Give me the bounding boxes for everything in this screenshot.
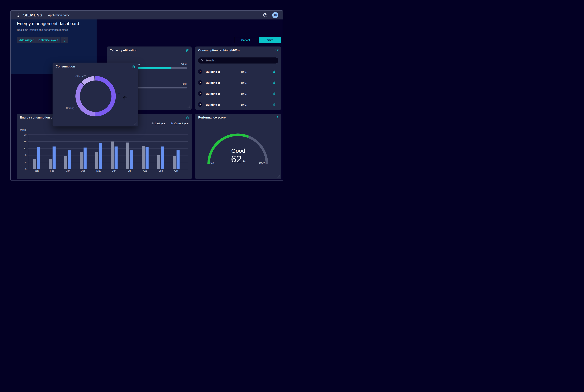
kebab-icon — [277, 116, 278, 120]
open-details-button[interactable] — [272, 81, 276, 84]
open-details-button[interactable] — [272, 92, 276, 95]
leader-line-cooling — [75, 106, 78, 108]
svg-text:16: 16 — [24, 140, 26, 143]
slice-label-it: IT — [118, 92, 120, 96]
dashboard-window: SIEMENS Application name ? JD Energy man… — [10, 10, 283, 181]
building-name: Building B — [206, 92, 220, 95]
toolbar: Add widget Optimise layout — [17, 37, 68, 43]
legend-item-last-year: Last year — [152, 122, 166, 125]
card-title: Capacity utilisation — [110, 49, 138, 52]
legend-dot — [152, 122, 154, 124]
add-widget-button[interactable]: Add widget — [17, 37, 36, 43]
external-link-icon — [272, 81, 276, 84]
ranking-row[interactable]: 2 Building B 10.07 — [195, 77, 281, 88]
gauge-status: Good — [195, 148, 281, 154]
svg-text:8: 8 — [25, 154, 26, 157]
page-title: Energy management dashboard — [17, 21, 79, 26]
help-icon[interactable]: ? — [263, 13, 267, 17]
svg-text:20: 20 — [24, 133, 26, 136]
app-switcher-icon[interactable] — [15, 13, 19, 17]
consumption-value: 10.07 — [240, 92, 248, 95]
ranking-list: 1 Building B 10.07 2 Building B 10.07 — [195, 66, 281, 110]
ranking-row[interactable]: 1 Building B 10.07 — [195, 66, 281, 77]
svg-text:Jul: Jul — [128, 169, 131, 172]
app-header: SIEMENS Application name ? JD — [10, 10, 283, 20]
building-name: Building B — [206, 81, 220, 84]
gauge-unit: % — [243, 160, 245, 164]
slice-label-others: Others — [68, 75, 83, 78]
capacity-row-label-fragment: n — [138, 63, 140, 66]
gauge-value-group: 62 % — [195, 154, 281, 164]
consumption-donut-card[interactable]: Consumption Others IT Cooling — [52, 62, 138, 126]
external-link-icon — [272, 70, 276, 73]
svg-text:0: 0 — [25, 168, 26, 171]
open-details-button[interactable] — [272, 103, 276, 106]
svg-text:?: ? — [264, 14, 266, 16]
card-title: Performance score — [198, 116, 226, 119]
avatar[interactable]: JD — [272, 12, 278, 18]
svg-text:Jun: Jun — [112, 169, 116, 172]
resize-handle[interactable] — [188, 106, 190, 108]
legend-label: Current year — [174, 122, 189, 125]
legend-item-current-year: Current year — [171, 122, 189, 125]
resize-handle[interactable] — [277, 175, 280, 178]
building-name: Building B — [206, 70, 220, 73]
delete-widget-button[interactable] — [185, 48, 189, 52]
trash-icon — [185, 48, 189, 52]
ranking-row[interactable]: 4 Building B 10.07 — [195, 99, 281, 110]
svg-text:Sep: Sep — [158, 169, 163, 172]
rank-badge: 3 — [198, 91, 202, 96]
more-options-button[interactable] — [61, 37, 68, 43]
optimise-layout-button[interactable]: Optimise layout — [36, 37, 60, 43]
resize-handle[interactable] — [188, 175, 190, 178]
brand-logo: SIEMENS — [23, 13, 42, 18]
building-name: Building B — [206, 103, 220, 106]
slice-label-cooling: Cooling — [60, 106, 74, 110]
legend-dot — [171, 122, 172, 124]
consumption-value: 10.07 — [240, 103, 248, 106]
svg-text:Apr: Apr — [81, 169, 85, 172]
chart-legend: Last year Current year — [152, 122, 189, 125]
svg-text:12: 12 — [24, 147, 26, 150]
sort-ascending-icon — [275, 49, 279, 52]
consumption-ranking-card: Consumption ranking (MWh) 1 Building B 1… — [195, 46, 281, 110]
consumption-value: 10.07 — [240, 70, 248, 73]
gauge-min-label: 0% — [209, 161, 216, 164]
capacity-row-value: 20% — [182, 82, 187, 86]
save-button[interactable]: Save — [259, 37, 281, 43]
capacity-row-value: 80 % — [181, 63, 187, 66]
external-link-icon — [272, 92, 276, 95]
open-details-button[interactable] — [272, 70, 276, 73]
rank-badge: 1 — [198, 69, 202, 74]
donut-chart — [52, 62, 138, 126]
delete-widget-button[interactable] — [186, 116, 190, 120]
search-box[interactable] — [198, 58, 278, 64]
svg-text:Feb: Feb — [50, 169, 54, 172]
card-options-button[interactable] — [277, 116, 278, 120]
application-name: Application name — [48, 14, 70, 17]
search-icon — [200, 59, 204, 62]
cancel-button[interactable]: Cancel — [234, 37, 257, 43]
search-input[interactable] — [205, 59, 276, 62]
bar-chart: 048121620JanFebMarAprMayJunJulAugSepOct — [17, 130, 192, 175]
resize-handle[interactable] — [134, 122, 136, 125]
svg-text:Oct: Oct — [174, 169, 178, 172]
svg-text:Mar: Mar — [66, 169, 70, 172]
performance-score-card: Performance score Good 62 % 0% 100% — [195, 114, 281, 179]
card-title: Energy consumption com — [20, 116, 57, 119]
ranking-row[interactable]: 3 Building B 10.07 — [195, 88, 281, 99]
trash-icon — [186, 116, 190, 120]
external-link-icon — [272, 103, 276, 106]
legend-label: Last year — [155, 122, 166, 125]
svg-text:May: May — [96, 169, 101, 172]
rank-badge: 2 — [198, 80, 202, 85]
sort-button[interactable] — [275, 49, 279, 52]
rank-badge: 4 — [198, 102, 202, 107]
svg-text:Aug: Aug — [143, 169, 147, 172]
svg-text:Jan: Jan — [35, 169, 39, 172]
consumption-value: 10.07 — [240, 81, 248, 84]
gauge-max-label: 100% — [258, 161, 267, 164]
page-subtitle: Real time insights and performance metri… — [17, 28, 68, 32]
card-title: Consumption ranking (MWh) — [198, 49, 240, 52]
svg-text:4: 4 — [25, 161, 26, 164]
